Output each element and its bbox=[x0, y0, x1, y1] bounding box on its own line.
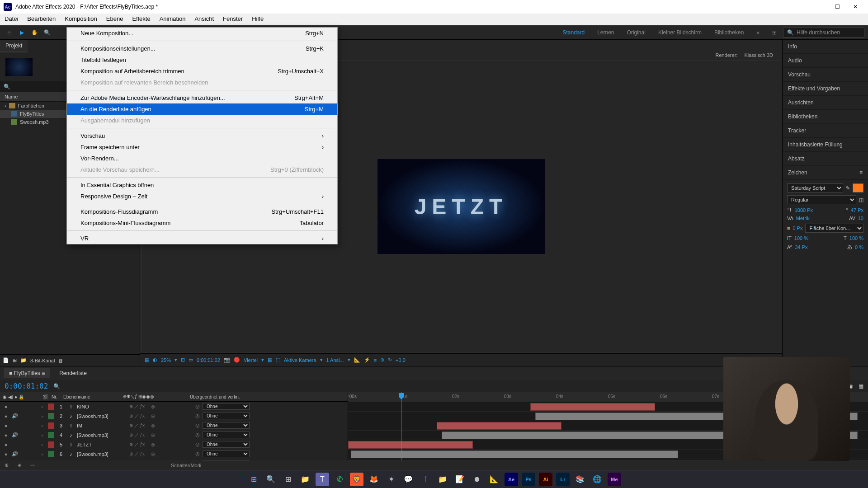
clip[interactable] bbox=[437, 422, 561, 430]
stroke-value[interactable]: 0 Px bbox=[793, 225, 802, 231]
font-weight-select[interactable]: Regular bbox=[787, 195, 856, 204]
resolution-dropdown[interactable]: Viertel bbox=[244, 357, 258, 363]
clip[interactable] bbox=[348, 441, 473, 449]
transparency-icon[interactable]: ▦ bbox=[268, 357, 272, 363]
tsume-value[interactable]: 0 % bbox=[855, 244, 863, 250]
pickwhip-icon[interactable]: ◎ bbox=[195, 451, 200, 457]
col-parent[interactable]: Übergeordnet und verkn. bbox=[190, 394, 240, 399]
layer-switches[interactable]: ⊕ ／ ƒx ◎ bbox=[129, 404, 193, 410]
timeline-search-icon[interactable]: 🔍 bbox=[53, 383, 60, 389]
visibility-icon[interactable]: ● bbox=[3, 423, 9, 428]
font-family-select[interactable]: Saturday Script bbox=[787, 183, 843, 192]
layer-name[interactable]: [Swoosh.mp3] bbox=[77, 413, 127, 419]
panel-absatz[interactable]: Absatz bbox=[783, 152, 868, 166]
eyedropper-icon[interactable]: ✎ bbox=[846, 185, 850, 191]
panel-tracker[interactable]: Tracker bbox=[783, 124, 868, 138]
mask-icon[interactable]: ▭ bbox=[189, 357, 193, 363]
menu-ebene[interactable]: Ebene bbox=[102, 14, 128, 25]
layer-name[interactable]: KINO bbox=[77, 404, 127, 409]
close-button[interactable]: ✕ bbox=[851, 4, 860, 10]
pickwhip-icon[interactable]: ◎ bbox=[195, 422, 200, 428]
expand-icon[interactable]: › bbox=[39, 451, 45, 457]
hscale-value[interactable]: 100 % bbox=[849, 235, 863, 241]
layer-switches[interactable]: ⊕ ／ ƒx ◎ bbox=[129, 422, 193, 429]
parent-dropdown[interactable]: Ohne bbox=[203, 441, 250, 448]
parent-dropdown[interactable]: Ohne bbox=[203, 432, 250, 438]
panel-audio[interactable]: Audio bbox=[783, 54, 868, 68]
minimize-button[interactable]: — bbox=[815, 4, 824, 10]
menu-item[interactable]: Neue Komposition...Strg+N bbox=[67, 28, 337, 39]
menu-item[interactable]: In Essential Graphics öffnen bbox=[67, 179, 337, 191]
menu-animation[interactable]: Animation bbox=[155, 14, 190, 25]
panel-vorschau[interactable]: Vorschau bbox=[783, 68, 868, 82]
menu-komposition[interactable]: Komposition bbox=[60, 14, 102, 25]
workspace-bibliotheken[interactable]: Bibliotheken bbox=[708, 28, 750, 38]
workspace-klein[interactable]: Kleiner Bildschirm bbox=[652, 28, 708, 38]
expand-icon[interactable]: › bbox=[39, 442, 45, 447]
layer-color-tag[interactable] bbox=[48, 441, 54, 448]
search-taskbar-icon[interactable]: 🔍 bbox=[264, 473, 278, 486]
channel-icon[interactable]: 🔴 bbox=[234, 357, 240, 363]
snapshot-icon[interactable]: 📷 bbox=[224, 357, 230, 363]
new-folder-icon[interactable]: 📁 bbox=[20, 357, 27, 363]
layer-switches[interactable]: ⊕ ／ ƒx ◎ bbox=[129, 413, 193, 419]
menu-item[interactable]: Vorschau› bbox=[67, 130, 337, 141]
panel-ausrichten[interactable]: Ausrichten bbox=[783, 96, 868, 110]
clip[interactable] bbox=[351, 450, 679, 458]
stroke-swatch-icon[interactable]: ◫ bbox=[859, 197, 863, 203]
menu-item[interactable]: VR› bbox=[67, 233, 337, 244]
whatsapp-icon[interactable]: ✆ bbox=[333, 473, 346, 486]
layer-switches[interactable]: ⊕ ／ ƒx ◎ bbox=[129, 451, 193, 457]
renderer-value[interactable]: Klassisch 3D bbox=[744, 52, 773, 58]
parent-dropdown[interactable]: Ohne bbox=[203, 450, 250, 457]
pickwhip-icon[interactable]: ◎ bbox=[195, 432, 200, 438]
layer-name[interactable]: [Swoosh.mp3] bbox=[77, 432, 127, 438]
ae-taskbar-icon[interactable]: Ae bbox=[505, 473, 518, 486]
layer-row[interactable]: ● › 1 T KINO ⊕ ／ ƒx ◎ ◎Ohne bbox=[0, 402, 348, 411]
layer-name[interactable]: IM bbox=[77, 423, 127, 428]
workspace-reset-icon[interactable]: ⊞ bbox=[766, 28, 783, 38]
layer-color-tag[interactable] bbox=[48, 432, 54, 438]
bit-depth-toggle[interactable]: 8-Bit-Kanal bbox=[30, 358, 55, 363]
globe-icon[interactable]: 🌐 bbox=[590, 473, 604, 486]
visibility-icon[interactable]: ● bbox=[3, 432, 9, 438]
home-icon[interactable]: ⌂ bbox=[4, 27, 14, 38]
alpha-icon[interactable]: ◐ bbox=[153, 357, 157, 363]
panel-zeichen[interactable]: Zeichen≡ bbox=[783, 166, 868, 180]
expand-icon[interactable]: › bbox=[5, 103, 6, 108]
col-ebenenname[interactable]: Ebenenname bbox=[63, 394, 119, 399]
parent-dropdown[interactable]: Ohne bbox=[203, 422, 250, 429]
notes-icon[interactable]: 📝 bbox=[453, 473, 467, 486]
pickwhip-icon[interactable]: ◎ bbox=[195, 404, 200, 409]
layer-name[interactable]: [Swoosh.mp3] bbox=[77, 451, 127, 457]
editor-icon[interactable]: 📐 bbox=[487, 473, 501, 486]
audio-toggle-icon[interactable]: 🔊 bbox=[12, 413, 18, 419]
menu-item[interactable]: Komposition auf Arbeitsbereich trimmenSt… bbox=[67, 66, 337, 77]
pickwhip-icon[interactable]: ◎ bbox=[195, 441, 200, 447]
menu-item[interactable]: Vor-Rendern... bbox=[67, 153, 337, 164]
exposure-value[interactable]: +0,0 bbox=[396, 357, 406, 363]
visibility-icon[interactable]: ● bbox=[3, 451, 9, 457]
timeline-timecode[interactable]: 0:00:01:02 bbox=[5, 382, 48, 390]
timeline-footer-label[interactable]: Schalter/Modi bbox=[171, 463, 201, 468]
brave-icon[interactable]: 🦁 bbox=[350, 473, 363, 486]
font-size-value[interactable]: 1000 Px bbox=[795, 207, 813, 213]
expand-icon[interactable]: › bbox=[39, 413, 45, 419]
zoom-dropdown[interactable]: 25% bbox=[161, 357, 171, 363]
me-taskbar-icon[interactable]: Me bbox=[608, 473, 621, 486]
parent-dropdown[interactable]: Ohne bbox=[203, 403, 250, 410]
obs-icon[interactable]: ⏺ bbox=[470, 473, 484, 486]
help-search[interactable]: 🔍 Hilfe durchsuchen bbox=[783, 28, 864, 38]
stroke-style-select[interactable]: Fläche über Kon... bbox=[805, 224, 863, 233]
fill-color-swatch[interactable] bbox=[853, 183, 863, 192]
files-icon[interactable]: 📁 bbox=[436, 473, 449, 486]
visibility-icon[interactable]: ● bbox=[3, 442, 9, 447]
mag-icon[interactable]: ▦ bbox=[145, 357, 149, 363]
expand-icon[interactable]: › bbox=[39, 423, 45, 428]
expand-icon[interactable]: › bbox=[39, 432, 45, 438]
menu-hilfe[interactable]: Hilfe bbox=[247, 14, 268, 25]
ai-taskbar-icon[interactable]: Ai bbox=[539, 473, 552, 486]
kerning-value[interactable]: Metrik bbox=[796, 216, 810, 221]
explorer-icon[interactable]: 📁 bbox=[298, 473, 312, 486]
menu-effekte[interactable]: Effekte bbox=[127, 14, 155, 25]
